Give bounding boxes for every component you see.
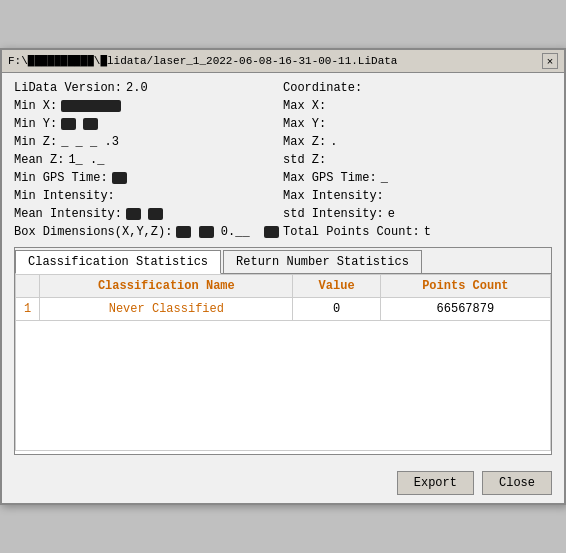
max-intensity-label: Max Intensity: — [283, 189, 384, 203]
info-row-meanz: Mean Z: 1_ ._ std Z: — [14, 153, 552, 167]
max-x-label: Max X: — [283, 99, 326, 113]
info-row-gps: Min GPS Time: Max GPS Time: _ — [14, 171, 552, 185]
min-y-label: Min Y: — [14, 117, 57, 131]
classification-name-cell: Never Classified — [40, 298, 293, 321]
tabs-section: Classification Statistics Return Number … — [14, 247, 552, 455]
mean-intensity-v1 — [126, 208, 141, 220]
col-header-points-count: Points Count — [380, 275, 550, 298]
max-gps-label: Max GPS Time: — [283, 171, 377, 185]
min-x-col: Min X: — [14, 99, 283, 113]
col-header-num — [16, 275, 40, 298]
max-y-col: Max Y: — [283, 117, 552, 131]
std-z-label: std Z: — [283, 153, 326, 167]
coordinate-label: Coordinate: — [283, 81, 362, 95]
min-gps-value — [112, 172, 127, 184]
tab-classification-statistics[interactable]: Classification Statistics — [15, 250, 221, 274]
table-container: Classification Name Value Points Count 1… — [15, 274, 551, 454]
mean-intensity-col: Mean Intensity: — [14, 207, 283, 221]
min-z-col: Min Z: _ _ _ .3 — [14, 135, 283, 149]
min-intensity-col: Min Intensity: — [14, 189, 283, 203]
info-row-lidata: LiData Version: 2.0 Coordinate: — [14, 81, 552, 95]
coordinate-col: Coordinate: — [283, 81, 552, 95]
min-y-col: Min Y: — [14, 117, 283, 131]
max-gps-col: Max GPS Time: _ — [283, 171, 552, 185]
statistics-table: Classification Name Value Points Count 1… — [15, 274, 551, 451]
total-points-label: Total Points Count: — [283, 225, 420, 239]
lidata-version-label: LiData Version: — [14, 81, 122, 95]
min-y-value2 — [83, 118, 98, 130]
std-z-col: std Z: — [283, 153, 552, 167]
value-cell: 0 — [293, 298, 380, 321]
close-button[interactable]: Close — [482, 471, 552, 495]
std-intensity-col: std Intensity: e — [283, 207, 552, 221]
mean-intensity-label: Mean Intensity: — [14, 207, 122, 221]
mean-z-value: 1_ ._ — [68, 153, 104, 167]
info-row-x: Min X: Max X: — [14, 99, 552, 113]
mean-z-col: Mean Z: 1_ ._ — [14, 153, 283, 167]
max-z-value: . — [330, 135, 337, 149]
tab-bar: Classification Statistics Return Number … — [15, 248, 551, 274]
min-z-label: Min Z: — [14, 135, 57, 149]
lidata-version-value: 2.0 — [126, 81, 148, 95]
row-num: 1 — [16, 298, 40, 321]
info-row-intensity: Min Intensity: Max Intensity: — [14, 189, 552, 203]
box-dim-label: Box Dimensions(X,Y,Z): — [14, 225, 172, 239]
empty-cell — [16, 321, 551, 451]
max-gps-value: _ — [381, 171, 388, 185]
window-close-button[interactable]: × — [542, 53, 558, 69]
lidata-version-col: LiData Version: 2.0 — [14, 81, 283, 95]
total-points-col: Total Points Count: t — [283, 225, 552, 239]
max-z-label: Max Z: — [283, 135, 326, 149]
min-intensity-label: Min Intensity: — [14, 189, 115, 203]
main-window: F:\██████████\█lidata/laser_1_2022-06-08… — [0, 48, 566, 505]
points-count-cell: 66567879 — [380, 298, 550, 321]
std-intensity-label: std Intensity: — [283, 207, 384, 221]
content-area: LiData Version: 2.0 Coordinate: Min X: M… — [2, 73, 564, 463]
std-intensity-value: e — [388, 207, 395, 221]
min-gps-label: Min GPS Time: — [14, 171, 108, 185]
total-points-value: t — [424, 225, 431, 239]
max-x-col: Max X: — [283, 99, 552, 113]
footer: Export Close — [2, 463, 564, 503]
info-row-y: Min Y: Max Y: — [14, 117, 552, 131]
info-row-mean-intensity: Mean Intensity: std Intensity: e — [14, 207, 552, 221]
max-y-label: Max Y: — [283, 117, 326, 131]
mean-intensity-v2 — [148, 208, 163, 220]
box-dim-col: Box Dimensions(X,Y,Z): 0.__ — [14, 225, 283, 239]
col-header-classification-name: Classification Name — [40, 275, 293, 298]
info-row-z: Min Z: _ _ _ .3 Max Z: . — [14, 135, 552, 149]
empty-row — [16, 321, 551, 451]
min-x-value — [61, 100, 121, 112]
box-v3 — [264, 226, 279, 238]
table-header-row: Classification Name Value Points Count — [16, 275, 551, 298]
min-z-value: _ _ _ .3 — [61, 135, 119, 149]
table-row: 1 Never Classified 0 66567879 — [16, 298, 551, 321]
min-x-label: Min X: — [14, 99, 57, 113]
info-row-box: Box Dimensions(X,Y,Z): 0.__ Total Points… — [14, 225, 552, 239]
max-intensity-col: Max Intensity: — [283, 189, 552, 203]
min-gps-col: Min GPS Time: — [14, 171, 283, 185]
box-v1 — [176, 226, 191, 238]
window-title: F:\██████████\█lidata/laser_1_2022-06-08… — [8, 55, 542, 67]
title-bar: F:\██████████\█lidata/laser_1_2022-06-08… — [2, 50, 564, 73]
box-v2 — [199, 226, 214, 238]
tab-return-number-statistics[interactable]: Return Number Statistics — [223, 250, 422, 273]
mean-z-label: Mean Z: — [14, 153, 64, 167]
export-button[interactable]: Export — [397, 471, 474, 495]
min-y-value1 — [61, 118, 76, 130]
col-header-value: Value — [293, 275, 380, 298]
max-z-col: Max Z: . — [283, 135, 552, 149]
